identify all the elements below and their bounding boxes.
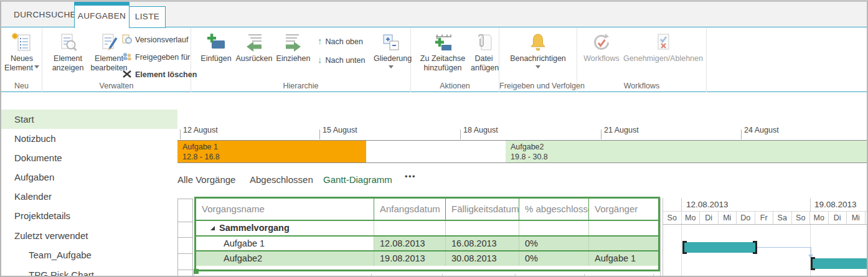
column-header-anfangsdatum[interactable]: Anfangsdatum: [374, 199, 446, 220]
timeline-tick: [319, 129, 320, 139]
sidebar-item-aufgaben[interactable]: Aufgaben: [1, 167, 177, 187]
group-label-neu: Neu: [1, 82, 42, 90]
indent-icon: [283, 32, 303, 52]
new-item-button[interactable]: Neues Element: [4, 32, 40, 73]
due-date-cell[interactable]: 16.08.2013: [446, 237, 519, 250]
timeline-bar-aufgabe-1[interactable]: Aufgabe 1 12.8 - 16.8: [177, 141, 366, 162]
outdent-icon: [244, 32, 264, 52]
timeline-band: Aufgabe 1 12.8 - 16.8 Aufgabe2 19.8 - 30…: [177, 140, 868, 163]
sidebar-item-tpg-risk-chart[interactable]: TPG Risk Chart: [1, 265, 177, 277]
attach-file-button[interactable]: Datei anfügen: [471, 32, 497, 73]
workflows-button[interactable]: Workflows: [582, 32, 621, 63]
outdent-button[interactable]: Ausrücken: [235, 32, 273, 63]
shared-with-button[interactable]: Freigegeben für: [122, 52, 190, 62]
column-header-vorgaenger[interactable]: Vorgänger: [589, 199, 658, 220]
group-label-workflows: Workflows: [577, 82, 706, 90]
table-row-aufgabe-1[interactable]: Aufgabe 1 12.08.2013 16.08.2013 0%: [196, 237, 658, 251]
gantt-week-label: 19.08.2013: [814, 198, 857, 212]
view-more-ellipsis-icon[interactable]: •••: [405, 172, 416, 181]
insert-button[interactable]: Einfügen: [199, 32, 233, 63]
start-date-cell[interactable]: [374, 221, 446, 235]
delete-item-button[interactable]: Element löschen: [122, 69, 197, 79]
percent-complete-cell[interactable]: [519, 221, 589, 235]
tab-aufgaben[interactable]: AUFGABEN: [74, 2, 130, 28]
timeline-tick-label: 18 August: [463, 126, 498, 134]
percent-complete-cell[interactable]: 0%: [519, 237, 589, 250]
sidebar-item-projektdetails[interactable]: Projektdetails: [1, 206, 177, 225]
sidebar-item-start[interactable]: Start: [1, 110, 177, 129]
move-down-label: Nach unten: [326, 56, 366, 65]
table-header-row: Vorgangsname Anfangsdatum Fälligkeitsdat…: [196, 199, 658, 221]
gantt-day-label: Mi: [847, 212, 866, 224]
chevron-down-icon: [535, 65, 540, 71]
timeline-tick-label: 21 August: [604, 126, 639, 134]
ribbon: Neues Element Neu Element anzeigen: [1, 28, 867, 92]
row-selector[interactable]: [177, 270, 193, 277]
view-link-alle-vorgaenge[interactable]: Alle Vorgänge: [177, 174, 235, 185]
empty-cell: [584, 274, 654, 277]
group-label-verwalten: Verwalten: [42, 82, 191, 90]
shared-with-icon: [122, 52, 132, 62]
indent-button[interactable]: Einziehen: [275, 32, 311, 63]
ribbon-group-workflows: Workflows Genehmigen/Ablehnen Workflows: [577, 28, 707, 92]
column-header-abgeschlossen[interactable]: % abgeschlossen: [519, 199, 589, 220]
row-selector[interactable]: [177, 237, 193, 254]
outline-icon: [381, 32, 401, 52]
timeline-bar-range: 12.8 - 16.8: [182, 152, 361, 162]
table-row-sammelvorgang[interactable]: Sammelvorgang: [196, 221, 658, 237]
group-label-aktionen: Aktionen: [411, 82, 499, 90]
view-link-gantt-diagramm[interactable]: Gantt-Diagramm: [323, 174, 392, 185]
column-header-vorgangsname[interactable]: Vorgangsname: [196, 199, 374, 220]
gantt-week-label: 12.08.2013: [686, 198, 729, 212]
row-selector[interactable]: [177, 199, 193, 222]
tab-durchsuchen[interactable]: DURCHSUCHEN: [14, 2, 82, 27]
collapse-expander-icon[interactable]: [210, 226, 215, 230]
version-history-button[interactable]: Versionsverlauf: [122, 34, 188, 44]
row-selector[interactable]: [177, 222, 193, 238]
sidebar-item-dokumente[interactable]: Dokumente: [1, 148, 177, 167]
gantt-day-label: So: [792, 212, 811, 224]
move-down-button[interactable]: ↓Nach unten: [318, 54, 365, 65]
sidebar-item-zuletzt-verwendet[interactable]: Zuletzt verwendet: [1, 226, 177, 245]
timeline-bar-title: Aufgabe 1: [182, 142, 361, 152]
timeline-bar-title: Aufgabe2: [511, 142, 863, 152]
empty-next-row: [194, 274, 660, 277]
gantt-bar-aufgabe-1[interactable]: [683, 242, 757, 253]
empty-cell: [194, 274, 372, 277]
view-item-button[interactable]: Element anzeigen: [49, 32, 87, 73]
selection-fill-handle[interactable]: [194, 269, 199, 274]
bell-icon: [528, 32, 548, 52]
predecessor-cell[interactable]: Aufgabe 1: [589, 251, 658, 266]
bar-end-cap: [753, 241, 757, 254]
tab-liste[interactable]: LISTE: [130, 6, 166, 28]
add-to-timeline-button[interactable]: Zu Zeitachse hinzufügen: [417, 32, 468, 73]
column-header-faelligkeitsdatum[interactable]: Fälligkeitsdatum: [446, 199, 519, 220]
timeline-bar-aufgabe-2[interactable]: Aufgabe2 19.8 - 30.8: [506, 141, 868, 162]
timeline-bar-range: 19.8 - 30.8: [511, 152, 863, 162]
table-row-aufgabe-2[interactable]: Aufgabe2 19.08.2013 30.08.2013 0% Aufgab…: [196, 251, 658, 266]
delete-icon: [122, 69, 132, 79]
row-selector-gutter: [177, 199, 193, 277]
task-name-cell[interactable]: Sammelvorgang: [196, 221, 374, 235]
predecessor-cell[interactable]: [589, 237, 658, 250]
predecessor-cell[interactable]: [589, 221, 658, 235]
view-link-abgeschlossen[interactable]: Abgeschlossen: [250, 174, 313, 185]
move-up-button[interactable]: ↑Nach oben: [318, 35, 363, 46]
due-date-cell[interactable]: [446, 221, 519, 235]
start-date-cell[interactable]: 19.08.2013: [374, 251, 446, 266]
approve-reject-button[interactable]: Genehmigen/Ablehnen: [622, 32, 704, 63]
row-selector[interactable]: [177, 253, 193, 270]
alert-me-button[interactable]: Benachrichtigen: [504, 32, 572, 71]
gantt-bar-aufgabe-2[interactable]: [811, 258, 868, 269]
sidebar-item-notizbuch[interactable]: Notizbuch: [1, 129, 177, 148]
due-date-cell[interactable]: 30.08.2013: [446, 251, 519, 266]
start-date-cell[interactable]: 12.08.2013: [374, 237, 446, 250]
task-name-cell[interactable]: Aufgabe 1: [196, 237, 374, 250]
add-to-timeline-label: Zu Zeitachse hinzufügen: [420, 54, 465, 72]
task-name-cell[interactable]: Aufgabe2: [196, 251, 374, 266]
sidebar-item-kalender[interactable]: Kalender: [1, 187, 177, 206]
percent-complete-cell[interactable]: 0%: [519, 251, 589, 266]
outline-button[interactable]: Gliederung: [374, 32, 408, 71]
gantt-day-label: Di: [700, 212, 719, 224]
sidebar-item-team-aufgabe[interactable]: Team_Aufgabe: [1, 245, 177, 265]
